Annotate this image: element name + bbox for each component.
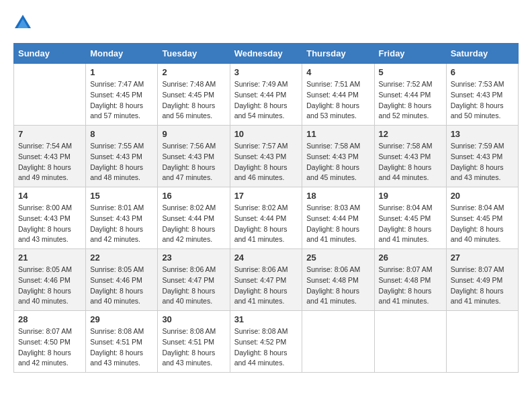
day-info: Sunrise: 7:51 AM Sunset: 4:44 PM Dayligh… [306, 79, 369, 122]
logo-icon [13, 13, 32, 32]
calendar-day-cell: 26Sunrise: 8:07 AM Sunset: 4:48 PM Dayli… [374, 249, 446, 311]
day-info: Sunrise: 8:02 AM Sunset: 4:44 PM Dayligh… [234, 203, 298, 245]
calendar-body: 1Sunrise: 7:47 AM Sunset: 4:45 PM Daylig… [14, 64, 519, 373]
calendar-day-cell: 21Sunrise: 8:05 AM Sunset: 4:46 PM Dayli… [14, 249, 86, 311]
calendar-day-cell: 16Sunrise: 8:02 AM Sunset: 4:44 PM Dayli… [158, 187, 230, 249]
calendar-day-cell [302, 311, 374, 373]
day-info: Sunrise: 8:01 AM Sunset: 4:43 PM Dayligh… [90, 203, 153, 245]
day-number: 7 [18, 129, 81, 139]
day-info: Sunrise: 7:55 AM Sunset: 4:43 PM Dayligh… [90, 141, 153, 183]
day-info: Sunrise: 7:57 AM Sunset: 4:43 PM Dayligh… [234, 141, 298, 183]
calendar-day-cell: 12Sunrise: 7:58 AM Sunset: 4:43 PM Dayli… [374, 126, 446, 187]
day-info: Sunrise: 7:56 AM Sunset: 4:43 PM Dayligh… [162, 141, 225, 183]
day-info: Sunrise: 7:47 AM Sunset: 4:45 PM Dayligh… [90, 79, 153, 122]
weekday-header-cell: Thursday [302, 44, 374, 64]
day-number: 5 [379, 67, 442, 77]
weekday-header-cell: Friday [374, 44, 446, 64]
day-info: Sunrise: 8:04 AM Sunset: 4:45 PM Dayligh… [451, 203, 514, 245]
calendar-day-cell: 6Sunrise: 7:53 AM Sunset: 4:43 PM Daylig… [446, 64, 518, 126]
calendar-day-cell: 8Sunrise: 7:55 AM Sunset: 4:43 PM Daylig… [86, 126, 158, 187]
day-number: 22 [90, 253, 153, 263]
header [13, 13, 519, 32]
day-info: Sunrise: 8:05 AM Sunset: 4:46 PM Dayligh… [90, 265, 153, 307]
calendar-day-cell: 10Sunrise: 7:57 AM Sunset: 4:43 PM Dayli… [230, 126, 302, 187]
day-number: 29 [90, 314, 153, 324]
day-info: Sunrise: 8:08 AM Sunset: 4:51 PM Dayligh… [162, 326, 225, 369]
day-info: Sunrise: 8:07 AM Sunset: 4:48 PM Dayligh… [379, 265, 442, 307]
calendar-week-row: 7Sunrise: 7:54 AM Sunset: 4:43 PM Daylig… [14, 126, 519, 187]
day-number: 14 [18, 191, 81, 201]
day-number: 16 [162, 191, 225, 201]
calendar-day-cell: 2Sunrise: 7:48 AM Sunset: 4:45 PM Daylig… [158, 64, 230, 126]
day-number: 17 [234, 191, 298, 201]
day-number: 8 [90, 129, 153, 139]
calendar-day-cell: 11Sunrise: 7:58 AM Sunset: 4:43 PM Dayli… [302, 126, 374, 187]
day-number: 4 [306, 67, 369, 77]
day-number: 27 [451, 253, 514, 263]
weekday-header-cell: Monday [86, 44, 158, 64]
calendar-day-cell: 23Sunrise: 8:06 AM Sunset: 4:47 PM Dayli… [158, 249, 230, 311]
day-info: Sunrise: 8:02 AM Sunset: 4:44 PM Dayligh… [162, 203, 225, 245]
day-info: Sunrise: 8:07 AM Sunset: 4:50 PM Dayligh… [18, 326, 81, 369]
day-number: 13 [451, 129, 514, 139]
calendar-day-cell: 15Sunrise: 8:01 AM Sunset: 4:43 PM Dayli… [86, 187, 158, 249]
calendar-day-cell: 1Sunrise: 7:47 AM Sunset: 4:45 PM Daylig… [86, 64, 158, 126]
calendar-day-cell: 27Sunrise: 8:07 AM Sunset: 4:49 PM Dayli… [446, 249, 518, 311]
calendar-week-row: 14Sunrise: 8:00 AM Sunset: 4:43 PM Dayli… [14, 187, 519, 249]
day-number: 15 [90, 191, 153, 201]
day-number: 2 [162, 67, 225, 77]
day-number: 6 [451, 67, 514, 77]
calendar-day-cell: 18Sunrise: 8:03 AM Sunset: 4:44 PM Dayli… [302, 187, 374, 249]
calendar-day-cell: 22Sunrise: 8:05 AM Sunset: 4:46 PM Dayli… [86, 249, 158, 311]
day-number: 21 [18, 253, 81, 263]
day-number: 26 [379, 253, 442, 263]
day-info: Sunrise: 8:08 AM Sunset: 4:51 PM Dayligh… [90, 326, 153, 369]
day-number: 20 [451, 191, 514, 201]
day-info: Sunrise: 8:05 AM Sunset: 4:46 PM Dayligh… [18, 265, 81, 307]
calendar: SundayMondayTuesdayWednesdayThursdayFrid… [13, 43, 519, 373]
calendar-day-cell: 30Sunrise: 8:08 AM Sunset: 4:51 PM Dayli… [158, 311, 230, 373]
weekday-header-cell: Saturday [446, 44, 518, 64]
calendar-day-cell: 9Sunrise: 7:56 AM Sunset: 4:43 PM Daylig… [158, 126, 230, 187]
day-number: 18 [306, 191, 369, 201]
day-number: 24 [234, 253, 298, 263]
day-info: Sunrise: 8:03 AM Sunset: 4:44 PM Dayligh… [306, 203, 369, 245]
weekday-header-cell: Sunday [14, 44, 86, 64]
calendar-day-cell: 31Sunrise: 8:08 AM Sunset: 4:52 PM Dayli… [230, 311, 302, 373]
calendar-day-cell: 7Sunrise: 7:54 AM Sunset: 4:43 PM Daylig… [14, 126, 86, 187]
day-number: 1 [90, 67, 153, 77]
calendar-week-row: 28Sunrise: 8:07 AM Sunset: 4:50 PM Dayli… [14, 311, 519, 373]
day-info: Sunrise: 7:52 AM Sunset: 4:44 PM Dayligh… [379, 79, 442, 122]
day-number: 23 [162, 253, 225, 263]
day-info: Sunrise: 8:06 AM Sunset: 4:47 PM Dayligh… [162, 265, 225, 307]
calendar-day-cell: 19Sunrise: 8:04 AM Sunset: 4:45 PM Dayli… [374, 187, 446, 249]
day-info: Sunrise: 8:06 AM Sunset: 4:48 PM Dayligh… [306, 265, 369, 307]
calendar-day-cell [446, 311, 518, 373]
logo [13, 13, 34, 32]
day-info: Sunrise: 8:07 AM Sunset: 4:49 PM Dayligh… [451, 265, 514, 307]
day-number: 9 [162, 129, 225, 139]
day-info: Sunrise: 8:08 AM Sunset: 4:52 PM Dayligh… [234, 326, 298, 369]
day-info: Sunrise: 7:58 AM Sunset: 4:43 PM Dayligh… [306, 141, 369, 183]
calendar-day-cell: 14Sunrise: 8:00 AM Sunset: 4:43 PM Dayli… [14, 187, 86, 249]
calendar-day-cell: 17Sunrise: 8:02 AM Sunset: 4:44 PM Dayli… [230, 187, 302, 249]
day-number: 28 [18, 314, 81, 324]
calendar-day-cell: 28Sunrise: 8:07 AM Sunset: 4:50 PM Dayli… [14, 311, 86, 373]
calendar-day-cell: 3Sunrise: 7:49 AM Sunset: 4:44 PM Daylig… [230, 64, 302, 126]
day-number: 10 [234, 129, 298, 139]
calendar-week-row: 1Sunrise: 7:47 AM Sunset: 4:45 PM Daylig… [14, 64, 519, 126]
weekday-header-cell: Tuesday [158, 44, 230, 64]
day-info: Sunrise: 7:53 AM Sunset: 4:43 PM Dayligh… [451, 79, 514, 122]
day-number: 30 [162, 314, 225, 324]
calendar-day-cell: 5Sunrise: 7:52 AM Sunset: 4:44 PM Daylig… [374, 64, 446, 126]
day-info: Sunrise: 8:04 AM Sunset: 4:45 PM Dayligh… [379, 203, 442, 245]
calendar-day-cell: 13Sunrise: 7:59 AM Sunset: 4:43 PM Dayli… [446, 126, 518, 187]
calendar-week-row: 21Sunrise: 8:05 AM Sunset: 4:46 PM Dayli… [14, 249, 519, 311]
calendar-day-cell: 4Sunrise: 7:51 AM Sunset: 4:44 PM Daylig… [302, 64, 374, 126]
day-number: 31 [234, 314, 298, 324]
weekday-header-row: SundayMondayTuesdayWednesdayThursdayFrid… [14, 44, 519, 64]
day-number: 11 [306, 129, 369, 139]
day-number: 25 [306, 253, 369, 263]
day-info: Sunrise: 7:48 AM Sunset: 4:45 PM Dayligh… [162, 79, 225, 122]
day-number: 12 [379, 129, 442, 139]
